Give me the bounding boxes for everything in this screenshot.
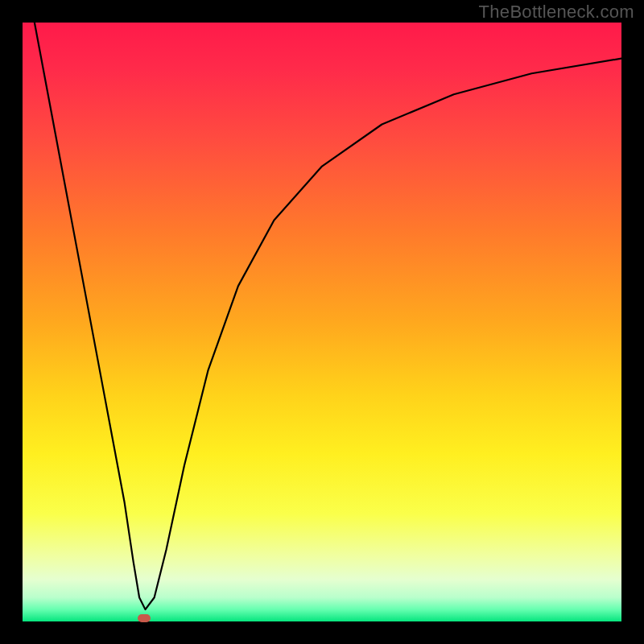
- chart-container: TheBottleneck.com: [0, 0, 644, 644]
- marker-point: [138, 614, 151, 622]
- gradient-background: [23, 23, 621, 621]
- watermark-text: TheBottleneck.com: [479, 2, 634, 23]
- plot-area: [23, 23, 621, 621]
